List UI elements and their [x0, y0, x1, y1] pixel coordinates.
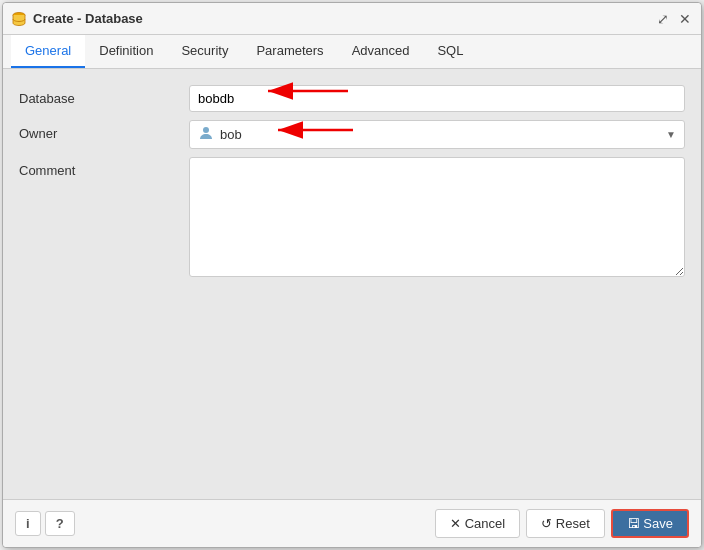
tab-security[interactable]: Security: [167, 35, 242, 68]
owner-label: Owner: [19, 120, 189, 147]
comment-label: Comment: [19, 157, 189, 184]
footer-right-buttons: ✕ Cancel ↺ Reset 🖫 Save: [435, 509, 689, 538]
create-database-dialog: Create - Database ⤢ ✕ General Definition…: [2, 2, 702, 548]
owner-select-wrap: bob ▼ bob: [189, 120, 685, 149]
close-button[interactable]: ✕: [677, 12, 693, 26]
tab-advanced[interactable]: Advanced: [338, 35, 424, 68]
comment-textarea-wrap: [189, 157, 685, 280]
titlebar-controls: ⤢ ✕: [655, 12, 693, 26]
tab-general[interactable]: General: [11, 35, 85, 68]
database-input-wrap: [189, 85, 685, 112]
database-label: Database: [19, 85, 189, 112]
tab-parameters[interactable]: Parameters: [242, 35, 337, 68]
owner-row: Owner bob ▼ bob: [19, 120, 685, 149]
save-button[interactable]: 🖫 Save: [611, 509, 689, 538]
form-content: Database Owner bob ▼: [3, 69, 701, 499]
cancel-button[interactable]: ✕ Cancel: [435, 509, 520, 538]
tab-sql[interactable]: SQL: [423, 35, 477, 68]
tab-bar: General Definition Security Parameters A…: [3, 35, 701, 69]
owner-dropdown[interactable]: bob ▼ bob: [189, 120, 685, 149]
reset-button[interactable]: ↺ Reset: [526, 509, 605, 538]
comment-textarea[interactable]: [189, 157, 685, 277]
database-icon: [11, 11, 27, 27]
info-button[interactable]: i: [15, 511, 41, 536]
titlebar: Create - Database ⤢ ✕: [3, 3, 701, 35]
footer-left-buttons: i ?: [15, 511, 75, 536]
comment-row: Comment: [19, 157, 685, 280]
dialog-title: Create - Database: [33, 11, 655, 26]
expand-button[interactable]: ⤢: [655, 12, 671, 26]
database-row: Database: [19, 85, 685, 112]
dialog-footer: i ? ✕ Cancel ↺ Reset 🖫 Save: [3, 499, 701, 547]
help-button[interactable]: ?: [45, 511, 75, 536]
database-input[interactable]: [189, 85, 685, 112]
tab-definition[interactable]: Definition: [85, 35, 167, 68]
